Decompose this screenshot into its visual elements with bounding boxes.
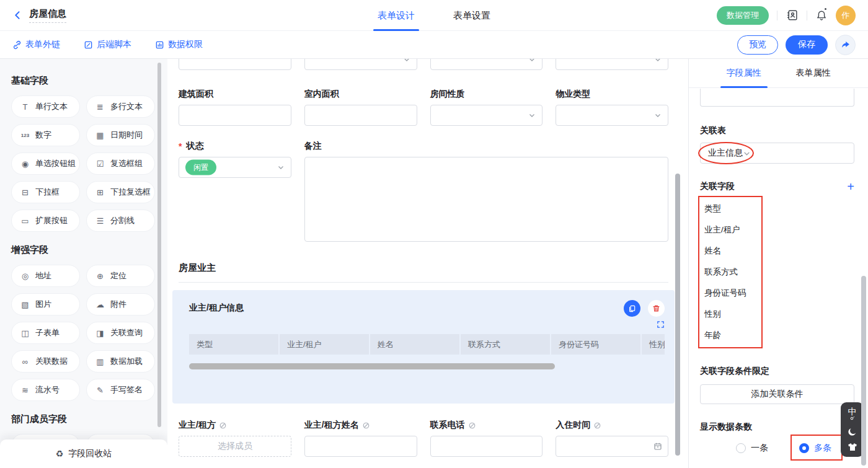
tab-form-settings[interactable]: 表单设置 [453, 0, 490, 31]
field-radio-group[interactable]: ◉单选按钮组 [11, 152, 80, 175]
relation-field-item[interactable]: 性别 [704, 304, 761, 325]
relation-data-icon: ∞ [20, 357, 30, 366]
display-count-radio-group: 一条 多条 [700, 443, 854, 454]
expand-icon[interactable] [657, 320, 665, 329]
data-manage-button[interactable]: 数据管理 [717, 6, 769, 25]
relation-field-item[interactable]: 身份证号码 [704, 283, 761, 304]
field-select[interactable]: ⊟下拉框 [11, 181, 80, 203]
field-multi-line-text[interactable]: ≣多行文本 [86, 95, 155, 118]
field-indoor-area: 室内面积 [304, 89, 417, 126]
contact-phone-input[interactable] [430, 436, 543, 457]
building-area-input[interactable] [179, 105, 291, 126]
dark-mode-toggle[interactable] [847, 426, 857, 437]
tab-field-properties[interactable]: 字段属性 [727, 59, 761, 88]
tab-form-properties[interactable]: 表单属性 [796, 59, 831, 88]
theme-skin-button[interactable] [848, 443, 857, 451]
chevron-down-icon [743, 149, 751, 157]
column-header[interactable]: 类型 [189, 334, 278, 355]
field-signature[interactable]: ✎手写签名 [86, 379, 155, 401]
cutoff-field-row [179, 59, 668, 70]
data-permission-link[interactable]: 数据权限 [155, 39, 203, 50]
backend-script-link[interactable]: 后端脚本 [84, 39, 131, 50]
house-owner-section-title: 房屋业主 [179, 262, 668, 274]
script-icon [84, 40, 93, 50]
field-label: 备注 [304, 141, 668, 152]
relation-field-item[interactable]: 类型 [704, 198, 761, 219]
back-button[interactable] [12, 10, 23, 20]
field-data-load[interactable]: ▥数据加载 [86, 350, 155, 373]
add-condition-button[interactable]: 添加关联条件 [700, 384, 854, 404]
sidebar-scrollbar[interactable] [157, 63, 161, 427]
relation-field-item[interactable]: 姓名 [704, 241, 761, 262]
tab-form-design[interactable]: 表单设计 [378, 0, 415, 31]
subform-horizontal-scrollbar[interactable] [189, 363, 555, 369]
share-button[interactable] [835, 35, 856, 55]
field-extend-button[interactable]: ▭扩展按钮 [11, 210, 80, 232]
field-single-line-text[interactable]: T单行文本 [11, 95, 80, 118]
status-remark-row: 状态 闲置 备注 [179, 141, 668, 242]
radio-icon: ◉ [20, 159, 30, 169]
field-image[interactable]: ▧图片 [11, 293, 80, 316]
owner-name-input[interactable] [304, 436, 417, 457]
field-address[interactable]: ◎地址 [11, 265, 80, 287]
member-picker[interactable]: 选择成员 [179, 436, 291, 457]
panel-scrollbar[interactable] [861, 276, 866, 466]
calendar-icon [653, 442, 662, 451]
form-external-link[interactable]: 表单外链 [12, 39, 60, 50]
field-serial-number[interactable]: ≋流水号 [11, 379, 80, 401]
owner-tenant-subform[interactable]: 业主/租户信息 类型 业主/租户 姓名 [172, 290, 675, 404]
relation-table-select[interactable]: 业主信息 [700, 143, 854, 164]
field-number[interactable]: 123数字 [11, 124, 80, 146]
chevron-down-icon [528, 59, 536, 63]
save-button[interactable]: 保存 [786, 35, 828, 55]
column-header[interactable]: 业主/租户 [280, 334, 369, 355]
field-sidebar: 基础字段 T单行文本 ≣多行文本 123数字 ▦日期时间 ◉单选按钮组 ☑复选框… [0, 59, 167, 468]
column-header[interactable]: 性别 [642, 334, 665, 355]
language-toggle[interactable]: 中 [848, 408, 857, 420]
cutoff-select[interactable] [430, 59, 543, 70]
cutoff-select[interactable] [304, 59, 417, 70]
cutoff-text-input[interactable] [179, 59, 291, 70]
avatar[interactable]: 作 [836, 6, 856, 25]
remark-textarea[interactable] [304, 157, 668, 242]
add-relation-field-button[interactable]: + [847, 182, 854, 192]
field-checkbox-group[interactable]: ☑复选框组 [86, 152, 155, 175]
radio-on-icon [799, 443, 809, 453]
move-in-date-input[interactable] [556, 436, 668, 457]
status-select[interactable]: 闲置 [179, 157, 291, 178]
column-header[interactable]: 姓名 [370, 334, 459, 355]
section-title-enhanced-fields: 增强字段 [11, 244, 155, 256]
field-relation-data[interactable]: ∞关联数据 [11, 350, 80, 373]
column-header[interactable]: 身份证号码 [551, 334, 640, 355]
notifications-button[interactable] [815, 9, 828, 22]
checkbox-icon: ☑ [95, 159, 105, 169]
share-arrow-icon [840, 40, 851, 50]
field-relation-query[interactable]: ◨关联查询 [86, 322, 155, 344]
radio-single[interactable]: 一条 [736, 443, 768, 454]
field-recycle-bin[interactable]: ♻ 字段回收站 [0, 439, 167, 468]
relation-field-item[interactable]: 业主/租户 [704, 219, 761, 241]
field-attachment[interactable]: ☁附件 [86, 293, 155, 316]
subform-expand-row [189, 320, 665, 329]
field-room-nature: 房间性质 [430, 89, 543, 126]
field-label: 建筑面积 [179, 89, 291, 100]
field-geolocation[interactable]: ⊕定位 [86, 265, 155, 287]
property-type-select[interactable] [556, 105, 668, 126]
field-divider[interactable]: ☰分割线 [86, 210, 155, 232]
duplicate-button[interactable] [624, 300, 640, 317]
field-multi-select[interactable]: ⊞下拉复选框 [86, 181, 155, 203]
radio-multiple[interactable]: 多条 [799, 443, 831, 454]
relation-field-item[interactable]: 联系方式 [704, 262, 761, 283]
column-header[interactable]: 联系方式 [461, 334, 550, 355]
canvas-scrollbar[interactable] [675, 174, 680, 456]
field-datetime[interactable]: ▦日期时间 [86, 124, 155, 146]
relation-field-item[interactable]: 年龄 [704, 325, 761, 346]
room-nature-select[interactable] [430, 105, 543, 126]
contacts-button[interactable] [786, 9, 799, 22]
cutoff-panel-input[interactable] [700, 89, 854, 107]
preview-button[interactable]: 预览 [737, 35, 778, 55]
field-subform[interactable]: ◫子表单 [11, 322, 80, 344]
cutoff-select[interactable] [556, 59, 668, 70]
delete-button[interactable] [648, 300, 665, 317]
indoor-area-input[interactable] [304, 105, 417, 126]
